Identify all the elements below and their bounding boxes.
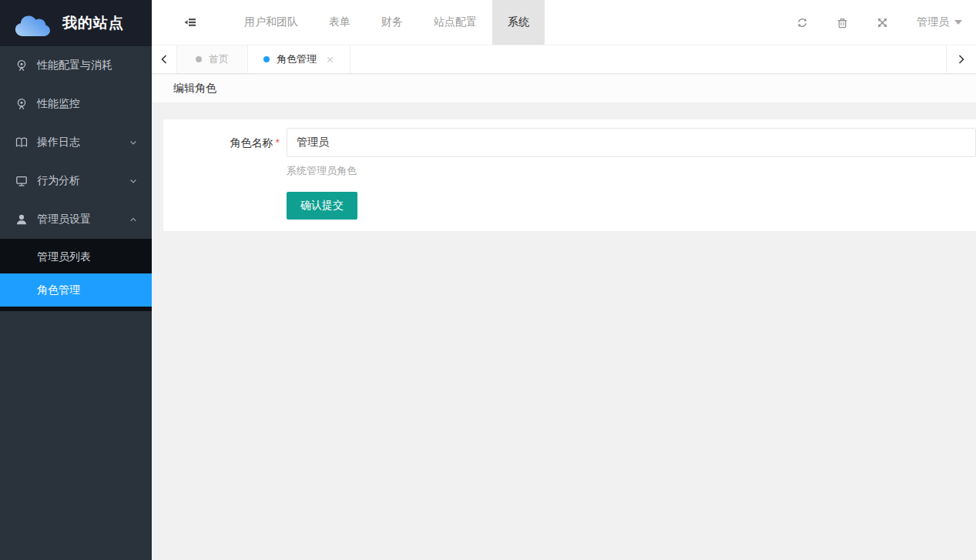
- chevron-up-icon: [129, 215, 138, 224]
- refresh-icon: [797, 17, 808, 29]
- label-text: 角色名称: [230, 136, 273, 149]
- top-navigation: 用户和团队 表单 财务 站点配置 系统: [229, 0, 545, 45]
- sidebar-menu: 性能配置与消耗 性能监控 操作日志: [0, 46, 152, 311]
- topnav-label: 系统: [508, 15, 529, 29]
- caret-down-icon: [954, 20, 962, 25]
- sidebar-item-label: 操作日志: [37, 136, 80, 149]
- topnav-label: 财务: [381, 15, 403, 29]
- topnav-item-system[interactable]: 系统: [492, 0, 545, 45]
- topnav-label: 站点配置: [434, 15, 477, 29]
- sidebar-item-operation-log[interactable]: 操作日志: [0, 123, 152, 162]
- top-header: 用户和团队 表单 财务 站点配置 系统: [152, 0, 976, 45]
- topnav-item-users-teams[interactable]: 用户和团队: [229, 0, 314, 45]
- sidebar-item-label: 管理员设置: [37, 213, 91, 226]
- sidebar-item-admin-settings[interactable]: 管理员设置: [0, 200, 152, 239]
- chevron-down-icon: [129, 138, 138, 147]
- submit-button[interactable]: 确认提交: [287, 192, 357, 220]
- sidebar-submenu-admin: 管理员列表 角色管理: [0, 239, 152, 311]
- fullscreen-button[interactable]: [877, 17, 888, 29]
- topnav-label: 表单: [329, 15, 350, 29]
- page-title: 编辑角色: [173, 82, 216, 96]
- tab-dot-icon: [196, 56, 202, 62]
- chevron-down-icon: [129, 176, 138, 186]
- required-asterisk: *: [276, 136, 280, 149]
- topnav-label: 用户和团队: [244, 15, 298, 29]
- chevron-right-icon: [957, 54, 966, 65]
- role-name-help-text: 系统管理员角色: [287, 164, 976, 178]
- trash-icon: [837, 17, 848, 29]
- site-title: 我的站点: [62, 13, 124, 33]
- sidebar-item-performance-config[interactable]: 性能配置与消耗: [0, 46, 152, 85]
- refresh-button[interactable]: [797, 17, 808, 29]
- user-dropdown[interactable]: 管理员: [917, 15, 962, 29]
- tab-label: 首页: [209, 52, 229, 66]
- role-name-input[interactable]: [287, 128, 976, 157]
- sidebar-item-behavior-analysis[interactable]: 行为分析: [0, 162, 152, 200]
- role-name-label: 角色名称*: [163, 128, 287, 157]
- sidebar-item-label: 性能配置与消耗: [37, 59, 112, 72]
- clear-cache-button[interactable]: [837, 17, 848, 29]
- tabs-scroll-left-button[interactable]: [152, 45, 177, 73]
- user-icon: [15, 213, 28, 226]
- header-actions: 管理员: [797, 0, 976, 45]
- content-area: 角色名称* 系统管理员角色 确认提交: [152, 104, 976, 560]
- page-title-bar: 编辑角色: [152, 75, 976, 103]
- tab-label: 角色管理: [277, 52, 317, 66]
- site-logo[interactable]: 我的站点: [0, 0, 152, 46]
- sidebar-item-performance-monitor[interactable]: 性能监控: [0, 85, 152, 123]
- edit-role-card: 角色名称* 系统管理员角色 确认提交: [163, 119, 976, 231]
- tab-home[interactable]: 首页: [177, 45, 248, 73]
- tab-bar: 首页 角色管理: [152, 45, 976, 74]
- tab-close-icon[interactable]: [326, 55, 334, 64]
- tabs-scroll-right-button[interactable]: [946, 45, 976, 73]
- sidebar-item-label: 性能监控: [37, 97, 80, 111]
- role-name-form-row: 角色名称* 系统管理员角色 确认提交: [163, 128, 976, 220]
- monitor-icon: [15, 175, 28, 187]
- fullscreen-icon: [877, 17, 888, 29]
- sidebar-item-label: 行为分析: [37, 174, 80, 188]
- user-name: 管理员: [917, 15, 949, 29]
- sidebar-collapse-button[interactable]: [152, 0, 229, 45]
- collapse-menu-icon: [183, 16, 197, 29]
- sidebar-subitem-label: 管理员列表: [37, 250, 91, 264]
- role-name-field: 系统管理员角色 确认提交: [287, 128, 976, 220]
- book-icon: [15, 136, 28, 149]
- sidebar-subitem-admin-list[interactable]: 管理员列表: [0, 240, 152, 273]
- tab-role-management[interactable]: 角色管理: [248, 45, 350, 73]
- topnav-item-finance[interactable]: 财务: [366, 0, 418, 45]
- topnav-item-site-config[interactable]: 站点配置: [418, 0, 492, 45]
- speaker-icon: [15, 98, 28, 110]
- tab-dot-icon: [263, 56, 270, 62]
- speaker-icon: [15, 59, 28, 72]
- sidebar-subitem-role-management[interactable]: 角色管理: [0, 273, 152, 307]
- sidebar: 我的站点 性能配置与消耗 性能监控: [0, 0, 152, 560]
- chevron-left-icon: [159, 54, 169, 65]
- topnav-item-forms[interactable]: 表单: [314, 0, 366, 45]
- sidebar-subitem-label: 角色管理: [37, 283, 80, 297]
- cloud-logo-icon: [12, 9, 52, 38]
